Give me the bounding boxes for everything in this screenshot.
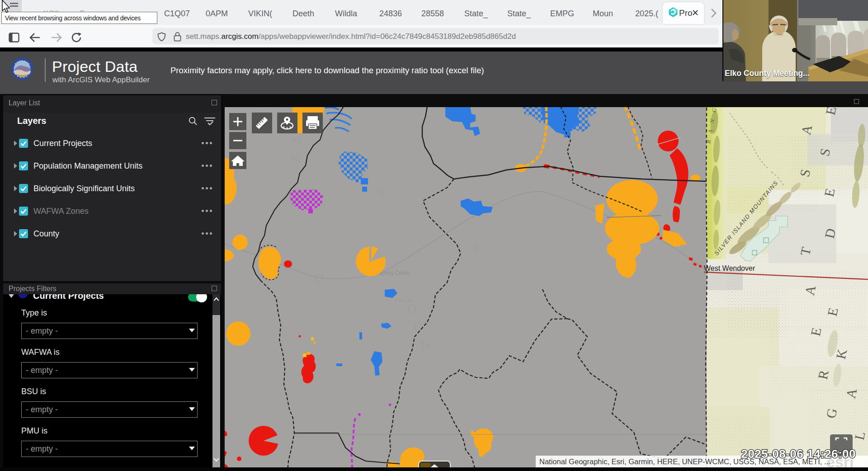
svg-text:2025-08-06 14:26:00: 2025-08-06 14:26:00 [741,447,856,461]
svg-text:West Wendover: West Wendover [704,264,755,272]
svg-text:Elko am: Elko am [395,297,414,304]
svg-text:Spring Creek: Spring Creek [378,270,410,276]
